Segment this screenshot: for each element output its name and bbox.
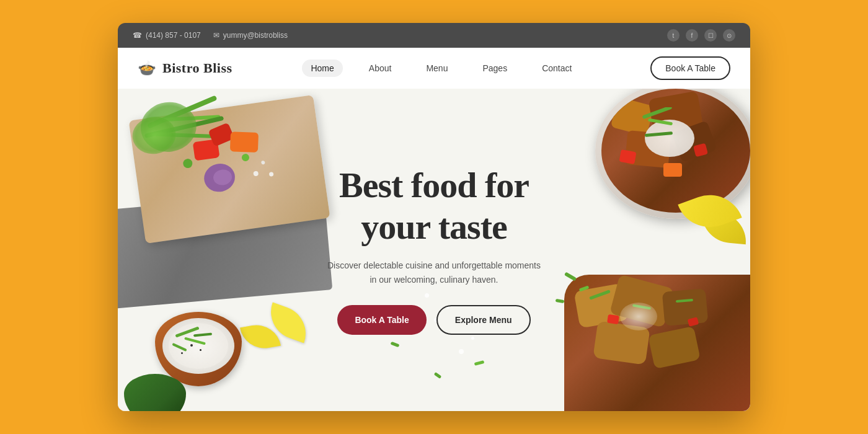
hero-title: Best food for your taste [304, 165, 564, 247]
hero-content: Best food for your taste Discover delect… [304, 165, 564, 335]
hero-buttons: Book A Table Explore Menu [304, 305, 564, 335]
nav-item-home[interactable]: Home [302, 60, 342, 77]
social-icons: t f ☐ ⊙ [667, 29, 735, 42]
logo-icon: 🍲 [138, 60, 156, 77]
nav-item-contact[interactable]: Contact [533, 60, 580, 77]
nav-item-pages[interactable]: Pages [474, 60, 516, 77]
twitter-icon[interactable]: t [667, 29, 680, 42]
email-info: ✉ yummy@bistrobliss [213, 31, 288, 40]
instagram-icon[interactable]: ☐ [704, 29, 717, 42]
bowl-main-food [601, 89, 750, 213]
github-icon[interactable]: ⊙ [723, 29, 735, 42]
browser-window: ☎ (414) 857 - 0107 ✉ yummy@bistrobliss t… [118, 23, 750, 411]
phone-info: ☎ (414) 857 - 0107 [133, 31, 201, 40]
phone-number: (414) 857 - 0107 [146, 31, 201, 40]
logo-text: Bistro Bliss [162, 60, 232, 76]
book-table-button[interactable]: Book A Table [337, 305, 426, 335]
email-icon: ✉ [213, 31, 219, 40]
facebook-icon[interactable]: f [686, 29, 698, 42]
logo: 🍲 Bistro Bliss [138, 60, 232, 77]
phone-icon: ☎ [133, 31, 142, 40]
nav: Home About Menu Pages Contact [302, 60, 580, 77]
nav-item-about[interactable]: About [360, 60, 401, 77]
nav-item-menu[interactable]: Menu [417, 60, 456, 77]
hero-section: Best food for your taste Discover delect… [118, 89, 750, 411]
bowl-dip-inside [162, 318, 234, 374]
top-bar: ☎ (414) 857 - 0107 ✉ yummy@bistrobliss t… [118, 23, 750, 48]
book-table-header-button[interactable]: Book A Table [650, 56, 730, 80]
hero-subtitle: Discover delectable cuisine and unforget… [304, 259, 564, 286]
header: 🍲 Bistro Bliss Home About Menu Pages Con… [118, 48, 750, 89]
explore-menu-button[interactable]: Explore Menu [436, 305, 531, 335]
email-address: yummy@bistrobliss [223, 31, 288, 40]
top-bar-left: ☎ (414) 857 - 0107 ✉ yummy@bistrobliss [133, 31, 288, 40]
